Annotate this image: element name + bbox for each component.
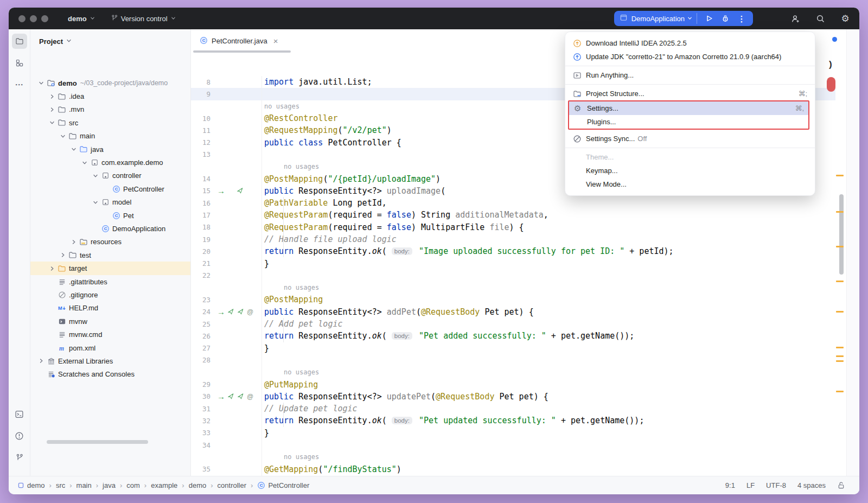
menu-item-plugins[interactable]: Plugins...	[569, 115, 808, 129]
menu-item-keymap[interactable]: Keymap...	[565, 164, 815, 177]
http-client-icon[interactable]	[227, 393, 235, 400]
tool-window-button-more[interactable]: ⋯	[12, 77, 27, 92]
code-line[interactable]: 24→@ public ResponseEntity<?> addPet(@Re…	[191, 306, 835, 318]
code-line[interactable]: 22	[191, 270, 835, 282]
at-request-icon[interactable]: @	[247, 308, 253, 316]
maximize-window-button[interactable]	[41, 15, 48, 22]
chevron-right-icon[interactable]	[48, 93, 56, 100]
chevron-down-icon[interactable]	[37, 80, 46, 86]
code-line[interactable]: 34	[191, 439, 835, 451]
warning-stripe-marker[interactable]	[836, 281, 844, 282]
code-line[interactable]: 32 return ResponseEntity.ok( body: "Pet …	[191, 415, 835, 426]
chevron-right-icon[interactable]	[48, 265, 56, 272]
http-client-icon[interactable]	[237, 393, 245, 400]
at-request-icon[interactable]: @	[247, 393, 253, 400]
tree-item-scratches-and-consoles[interactable]: Scratches and Consoles	[30, 368, 190, 381]
close-window-button[interactable]	[18, 15, 25, 22]
status-widget-indent-style[interactable]: 4 spaces	[797, 481, 826, 489]
tree-item-help-md[interactable]: MHELP.md	[30, 302, 190, 315]
settings-gear-button[interactable]: ⚙	[839, 12, 852, 25]
project-panel-hscrollbar[interactable]	[47, 440, 148, 444]
tree-item-demoapplication[interactable]: CDemoApplication	[30, 222, 190, 235]
close-tab-icon[interactable]: ×	[273, 36, 278, 46]
warning-stripe-marker[interactable]	[836, 211, 844, 213]
menu-item-update-jdk-corretto-21-to-amazon-corretto-21-0-9-aarch64[interactable]: Update JDK "corretto-21" to Amazon Corre…	[565, 50, 815, 63]
breadcrumb-item-example[interactable]: example	[151, 481, 177, 489]
chevron-down-icon[interactable]	[91, 199, 100, 206]
breadcrumb-item-com[interactable]: com	[126, 481, 140, 489]
editor-vscrollbar[interactable]	[839, 194, 844, 275]
code-line[interactable]: 17 @RequestParam(required = false) Strin…	[191, 209, 835, 221]
breadcrumb-item-src[interactable]: src	[56, 481, 65, 489]
menu-item-view-mode[interactable]: View Mode...	[565, 177, 815, 191]
tree-item-mvnw-cmd[interactable]: mvnw.cmd	[30, 328, 190, 341]
breadcrumb-item-demo[interactable]: demo	[189, 481, 207, 489]
code-line[interactable]: 28	[191, 354, 835, 366]
tree-item-target[interactable]: target	[30, 262, 190, 275]
code-line[interactable]: 19 // Handle file upload logic	[191, 233, 835, 245]
code-line[interactable]: 20 return ResponseEntity.ok( body: "Imag…	[191, 245, 835, 257]
warning-stripe-marker[interactable]	[836, 311, 844, 313]
minimize-window-button[interactable]	[30, 15, 37, 22]
more-run-options-button[interactable]: ⋮	[733, 12, 750, 25]
tree-item-demo[interactable]: demo~/03_code-project/java/demo	[30, 77, 190, 90]
breadcrumb-item-controller[interactable]: controller	[218, 481, 246, 489]
menu-item-download-intellij-idea-2025-2-5[interactable]: Download IntelliJ IDEA 2025.2.5	[565, 36, 815, 50]
tree-item--gitattributes[interactable]: .gitattributes	[30, 275, 190, 288]
code-line[interactable]: 33 }	[191, 427, 835, 439]
tool-window-button-terminal[interactable]	[12, 406, 27, 422]
menu-item-project-structure[interactable]: Project Structure...⌘;	[565, 87, 815, 100]
add-user-button[interactable]	[789, 12, 802, 25]
http-client-icon[interactable]	[237, 187, 244, 195]
tree-item-pom-xml[interactable]: mpom.xml	[30, 341, 190, 354]
breadcrumb-item-java[interactable]: java	[103, 481, 116, 489]
tree-item-mvnw[interactable]: mvnw	[30, 315, 190, 328]
code-line[interactable]: 21 }	[191, 257, 835, 269]
chevron-right-icon[interactable]	[37, 358, 46, 364]
code-line[interactable]: 25 // Add pet logic	[191, 318, 835, 330]
status-widget-caret-position[interactable]: 9:1	[725, 481, 735, 489]
warning-stripe-marker[interactable]	[836, 347, 844, 348]
chevron-right-icon[interactable]	[59, 252, 67, 258]
project-panel-header[interactable]: Project	[30, 29, 190, 53]
breadcrumb-item-main[interactable]: main	[76, 481, 92, 489]
warning-stripe-marker[interactable]	[836, 246, 844, 247]
tree-item-com-example-demo[interactable]: com.example.demo	[30, 156, 190, 169]
tree-item-resources[interactable]: resources	[30, 235, 190, 249]
chevron-down-icon[interactable]	[687, 14, 693, 23]
menu-item-settings[interactable]: ⚙Settings...⌘,	[569, 101, 808, 115]
chevron-down-icon[interactable]	[91, 173, 100, 179]
tree-item-external-libraries[interactable]: External Libraries	[30, 354, 190, 367]
tree-item-pet[interactable]: CPet	[30, 209, 190, 222]
tree-item-petcontroller[interactable]: CPetController	[30, 182, 190, 195]
chevron-down-icon[interactable]	[48, 119, 56, 126]
run-endpoint-icon[interactable]: →	[217, 308, 225, 316]
tree-item-controller[interactable]: controller	[30, 169, 190, 182]
tree-item--idea[interactable]: .idea	[30, 90, 190, 103]
run-endpoint-icon[interactable]: →	[217, 187, 225, 195]
menu-item-settings-sync[interactable]: Settings Sync...Off	[565, 132, 815, 145]
tool-window-button-structure[interactable]	[12, 55, 27, 71]
warning-stripe-marker[interactable]	[836, 175, 844, 176]
tool-window-button-version-control[interactable]	[12, 450, 27, 465]
run-endpoint-icon[interactable]: →	[217, 392, 225, 400]
tree-item-src[interactable]: src	[30, 116, 190, 129]
chevron-down-icon[interactable]	[69, 146, 78, 152]
breadcrumb-item-demo[interactable]: demo	[17, 481, 45, 489]
chevron-right-icon[interactable]	[48, 106, 56, 113]
tree-item-main[interactable]: main	[30, 130, 190, 143]
code-line[interactable]: 26 return ResponseEntity.ok( body: "Pet …	[191, 330, 835, 342]
chevron-down-icon[interactable]	[80, 160, 89, 166]
menu-item-run-anything[interactable]: Run Anything...	[565, 68, 815, 82]
code-line[interactable]: 31 // Update pet logic	[191, 403, 835, 415]
tree-item--gitignore[interactable]: .gitignore	[30, 288, 190, 301]
http-client-icon[interactable]	[237, 308, 245, 316]
warning-stripe-marker[interactable]	[836, 355, 844, 357]
breadcrumb-item-petcontroller[interactable]: CPetController	[257, 481, 309, 489]
tree-item-model[interactable]: model	[30, 196, 190, 209]
http-client-icon[interactable]	[227, 308, 235, 316]
tree-item--mvn[interactable]: .mvn	[30, 103, 190, 116]
tab-petcontroller[interactable]: C PetController.java ×	[200, 36, 278, 46]
tool-window-button-problems[interactable]	[12, 428, 27, 443]
status-widget-file-encoding[interactable]: UTF-8	[766, 481, 786, 489]
